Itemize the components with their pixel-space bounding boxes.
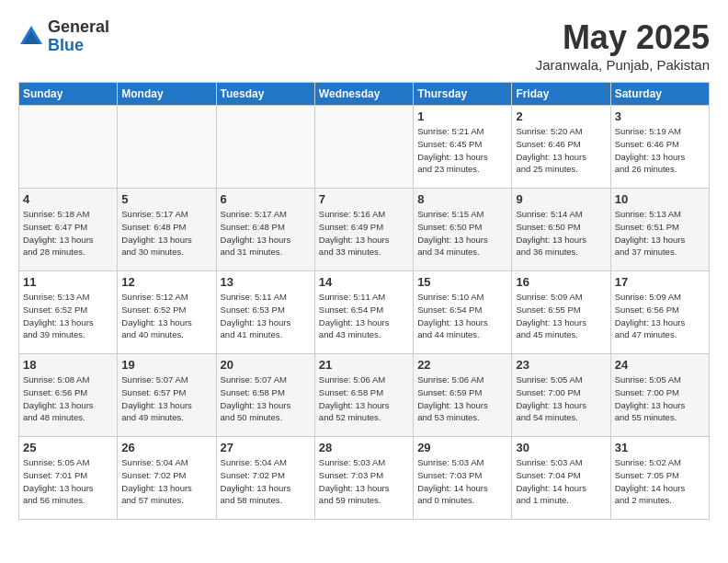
day-number: 4	[23, 192, 113, 206]
day-number: 3	[615, 109, 705, 123]
day-number: 30	[516, 441, 606, 454]
calendar-week-row: 25Sunrise: 5:05 AM Sunset: 7:01 PM Dayli…	[19, 437, 710, 520]
calendar-week-row: 4Sunrise: 5:18 AM Sunset: 6:47 PM Daylig…	[19, 189, 710, 271]
calendar-cell: 13Sunrise: 5:11 AM Sunset: 6:53 PM Dayli…	[216, 271, 314, 354]
logo: General Blue	[18, 18, 109, 55]
cell-content: Sunrise: 5:17 AM Sunset: 6:48 PM Dayligh…	[121, 208, 211, 259]
calendar-cell: 5Sunrise: 5:17 AM Sunset: 6:48 PM Daylig…	[118, 189, 216, 271]
cell-content: Sunrise: 5:11 AM Sunset: 6:54 PM Dayligh…	[319, 291, 409, 341]
calendar-cell: 29Sunrise: 5:03 AM Sunset: 7:03 PM Dayli…	[414, 437, 512, 520]
calendar-cell: 16Sunrise: 5:09 AM Sunset: 6:55 PM Dayli…	[512, 271, 610, 354]
calendar-cell: 7Sunrise: 5:16 AM Sunset: 6:49 PM Daylig…	[314, 189, 413, 271]
day-number: 6	[221, 192, 311, 206]
calendar-cell: 14Sunrise: 5:11 AM Sunset: 6:54 PM Dayli…	[314, 271, 413, 354]
calendar-week-row: 1Sunrise: 5:21 AM Sunset: 6:45 PM Daylig…	[19, 106, 710, 189]
calendar-cell	[216, 106, 314, 189]
cell-content: Sunrise: 5:16 AM Sunset: 6:49 PM Dayligh…	[319, 208, 409, 259]
calendar-cell: 28Sunrise: 5:03 AM Sunset: 7:03 PM Dayli…	[314, 437, 413, 520]
weekday-header-thursday: Thursday	[414, 83, 512, 106]
calendar-cell: 12Sunrise: 5:12 AM Sunset: 6:52 PM Dayli…	[118, 271, 216, 354]
cell-content: Sunrise: 5:08 AM Sunset: 6:56 PM Dayligh…	[23, 373, 113, 424]
cell-content: Sunrise: 5:05 AM Sunset: 7:00 PM Dayligh…	[516, 373, 606, 424]
calendar-cell: 6Sunrise: 5:17 AM Sunset: 6:48 PM Daylig…	[216, 189, 314, 271]
cell-content: Sunrise: 5:06 AM Sunset: 6:58 PM Dayligh…	[319, 373, 409, 424]
logo-text: General Blue	[48, 18, 109, 55]
cell-content: Sunrise: 5:05 AM Sunset: 7:01 PM Dayligh…	[23, 456, 113, 507]
day-number: 7	[319, 192, 409, 206]
cell-content: Sunrise: 5:14 AM Sunset: 6:50 PM Dayligh…	[516, 208, 606, 259]
weekday-header-row: SundayMondayTuesdayWednesdayThursdayFrid…	[19, 83, 710, 106]
day-number: 26	[121, 441, 211, 454]
calendar-cell: 27Sunrise: 5:04 AM Sunset: 7:02 PM Dayli…	[216, 437, 314, 520]
calendar-cell: 1Sunrise: 5:21 AM Sunset: 6:45 PM Daylig…	[414, 106, 512, 189]
calendar-cell	[118, 106, 216, 189]
cell-content: Sunrise: 5:03 AM Sunset: 7:03 PM Dayligh…	[319, 456, 409, 507]
calendar-cell: 15Sunrise: 5:10 AM Sunset: 6:54 PM Dayli…	[414, 271, 512, 354]
day-number: 20	[221, 358, 311, 372]
day-number: 11	[23, 275, 113, 289]
calendar-cell: 9Sunrise: 5:14 AM Sunset: 6:50 PM Daylig…	[512, 189, 610, 271]
cell-content: Sunrise: 5:03 AM Sunset: 7:03 PM Dayligh…	[417, 456, 507, 507]
cell-content: Sunrise: 5:13 AM Sunset: 6:52 PM Dayligh…	[23, 291, 113, 341]
calendar-cell: 17Sunrise: 5:09 AM Sunset: 6:56 PM Dayli…	[610, 271, 709, 354]
calendar-cell: 8Sunrise: 5:15 AM Sunset: 6:50 PM Daylig…	[414, 189, 512, 271]
weekday-header-tuesday: Tuesday	[216, 83, 314, 106]
cell-content: Sunrise: 5:15 AM Sunset: 6:50 PM Dayligh…	[417, 208, 507, 259]
weekday-header-monday: Monday	[118, 83, 216, 106]
cell-content: Sunrise: 5:21 AM Sunset: 6:45 PM Dayligh…	[417, 125, 507, 176]
cell-content: Sunrise: 5:02 AM Sunset: 7:05 PM Dayligh…	[615, 456, 705, 507]
cell-content: Sunrise: 5:04 AM Sunset: 7:02 PM Dayligh…	[221, 456, 311, 507]
calendar-cell: 19Sunrise: 5:07 AM Sunset: 6:57 PM Dayli…	[118, 354, 216, 437]
calendar-cell	[19, 106, 118, 189]
day-number: 23	[516, 358, 606, 372]
day-number: 27	[221, 441, 311, 454]
day-number: 8	[417, 192, 507, 206]
cell-content: Sunrise: 5:09 AM Sunset: 6:55 PM Dayligh…	[516, 291, 606, 341]
calendar-cell: 18Sunrise: 5:08 AM Sunset: 6:56 PM Dayli…	[19, 354, 118, 437]
calendar-cell: 2Sunrise: 5:20 AM Sunset: 6:46 PM Daylig…	[512, 106, 610, 189]
day-number: 16	[516, 275, 606, 289]
calendar-week-row: 11Sunrise: 5:13 AM Sunset: 6:52 PM Dayli…	[19, 271, 710, 354]
day-number: 24	[615, 358, 705, 372]
day-number: 14	[319, 275, 409, 289]
cell-content: Sunrise: 5:19 AM Sunset: 6:46 PM Dayligh…	[615, 125, 705, 176]
cell-content: Sunrise: 5:20 AM Sunset: 6:46 PM Dayligh…	[516, 125, 606, 176]
cell-content: Sunrise: 5:18 AM Sunset: 6:47 PM Dayligh…	[23, 208, 113, 259]
calendar-cell: 4Sunrise: 5:18 AM Sunset: 6:47 PM Daylig…	[19, 189, 118, 271]
day-number: 21	[319, 358, 409, 372]
calendar-cell: 10Sunrise: 5:13 AM Sunset: 6:51 PM Dayli…	[610, 189, 709, 271]
cell-content: Sunrise: 5:11 AM Sunset: 6:53 PM Dayligh…	[221, 291, 311, 341]
cell-content: Sunrise: 5:12 AM Sunset: 6:52 PM Dayligh…	[121, 291, 211, 341]
day-number: 9	[516, 192, 606, 206]
calendar-cell: 30Sunrise: 5:03 AM Sunset: 7:04 PM Dayli…	[512, 437, 610, 520]
calendar-cell: 25Sunrise: 5:05 AM Sunset: 7:01 PM Dayli…	[19, 437, 118, 520]
calendar-cell: 22Sunrise: 5:06 AM Sunset: 6:59 PM Dayli…	[414, 354, 512, 437]
title-block: May 2025 Jaranwala, Punjab, Pakistan	[536, 18, 710, 73]
cell-content: Sunrise: 5:10 AM Sunset: 6:54 PM Dayligh…	[417, 291, 507, 341]
calendar-cell: 3Sunrise: 5:19 AM Sunset: 6:46 PM Daylig…	[610, 106, 709, 189]
month-title: May 2025	[536, 18, 710, 57]
day-number: 5	[121, 192, 211, 206]
day-number: 13	[221, 275, 311, 289]
logo-icon	[18, 24, 44, 50]
calendar-cell	[314, 106, 413, 189]
cell-content: Sunrise: 5:03 AM Sunset: 7:04 PM Dayligh…	[516, 456, 606, 507]
day-number: 12	[121, 275, 211, 289]
cell-content: Sunrise: 5:17 AM Sunset: 6:48 PM Dayligh…	[221, 208, 311, 259]
cell-content: Sunrise: 5:05 AM Sunset: 7:00 PM Dayligh…	[615, 373, 705, 424]
weekday-header-saturday: Saturday	[610, 83, 709, 106]
calendar-cell: 20Sunrise: 5:07 AM Sunset: 6:58 PM Dayli…	[216, 354, 314, 437]
day-number: 18	[23, 358, 113, 372]
day-number: 15	[417, 275, 507, 289]
day-number: 17	[615, 275, 705, 289]
day-number: 29	[417, 441, 507, 454]
calendar-week-row: 18Sunrise: 5:08 AM Sunset: 6:56 PM Dayli…	[19, 354, 710, 437]
day-number: 28	[319, 441, 409, 454]
cell-content: Sunrise: 5:13 AM Sunset: 6:51 PM Dayligh…	[615, 208, 705, 259]
calendar-cell: 26Sunrise: 5:04 AM Sunset: 7:02 PM Dayli…	[118, 437, 216, 520]
location: Jaranwala, Punjab, Pakistan	[536, 57, 710, 73]
cell-content: Sunrise: 5:07 AM Sunset: 6:57 PM Dayligh…	[121, 373, 211, 424]
day-number: 2	[516, 109, 606, 123]
calendar-cell: 24Sunrise: 5:05 AM Sunset: 7:00 PM Dayli…	[610, 354, 709, 437]
cell-content: Sunrise: 5:04 AM Sunset: 7:02 PM Dayligh…	[121, 456, 211, 507]
